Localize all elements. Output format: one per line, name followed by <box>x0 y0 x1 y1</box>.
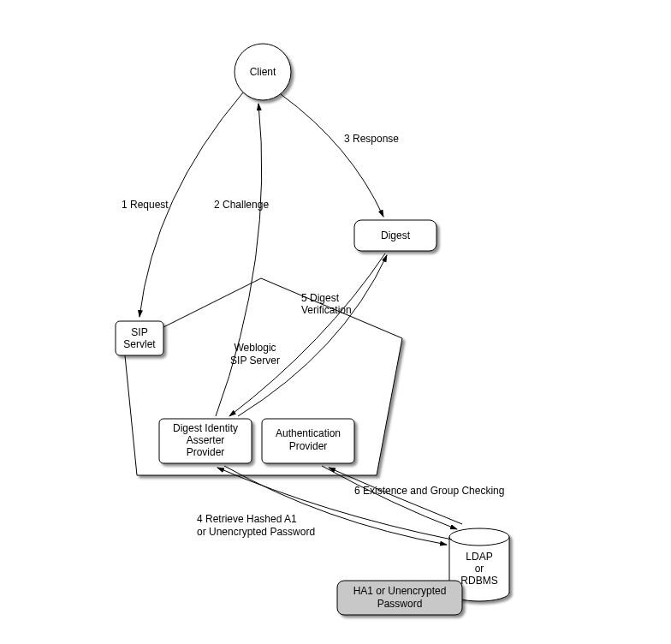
auth-l2: Provider <box>289 440 328 452</box>
edge-response-label: 3 Response <box>344 133 399 145</box>
weblogic-label-1: Weblogic <box>234 342 276 354</box>
edge-verify-l2: Verification <box>301 304 352 316</box>
authentication-provider-node: Authentication Provider <box>262 419 354 463</box>
edge-group-label: 6 Existence and Group Checking <box>354 485 504 497</box>
sip-servlet-node: SIP Servlet <box>116 321 163 355</box>
ha1-password-node: HA1 or Unencrypted Password <box>337 581 462 615</box>
ldap-l3: RDBMS <box>460 575 497 587</box>
edge-request-label: 1 Request <box>122 199 169 211</box>
dia-l3: Provider <box>187 446 225 458</box>
digest-node: Digest <box>354 220 436 251</box>
dia-l2: Asserter <box>187 434 225 446</box>
digest-auth-diagram: Weblogic SIP Server Client Digest SIP Se… <box>0 0 671 644</box>
ldap-l1: LDAP <box>466 551 492 563</box>
dia-l1: Digest Identity <box>173 422 238 434</box>
digest-identity-asserter-node: Digest Identity Asserter Provider <box>159 419 252 463</box>
sip-servlet-l2: Servlet <box>123 338 156 350</box>
ha1-l1: HA1 or Unencrypted <box>353 585 447 597</box>
edge-verify-l1: 5 Digest <box>301 292 340 304</box>
ldap-l2: or <box>475 563 484 575</box>
edge-response <box>281 94 383 217</box>
edge-retrieve-l1: 4 Retrieve Hashed A1 <box>197 513 297 525</box>
edge-retrieve-l2: or Unencrypted Password <box>197 526 315 538</box>
client-node: Client <box>235 44 291 100</box>
sip-servlet-l1: SIP <box>131 326 147 338</box>
edge-challenge-label: 2 Challenge <box>214 199 269 211</box>
ha1-l2: Password <box>377 598 423 610</box>
client-label: Client <box>250 66 276 78</box>
auth-l1: Authentication <box>276 427 341 439</box>
weblogic-label-2: SIP Server <box>230 355 280 367</box>
svg-point-9 <box>449 528 509 546</box>
digest-label: Digest <box>381 230 411 242</box>
